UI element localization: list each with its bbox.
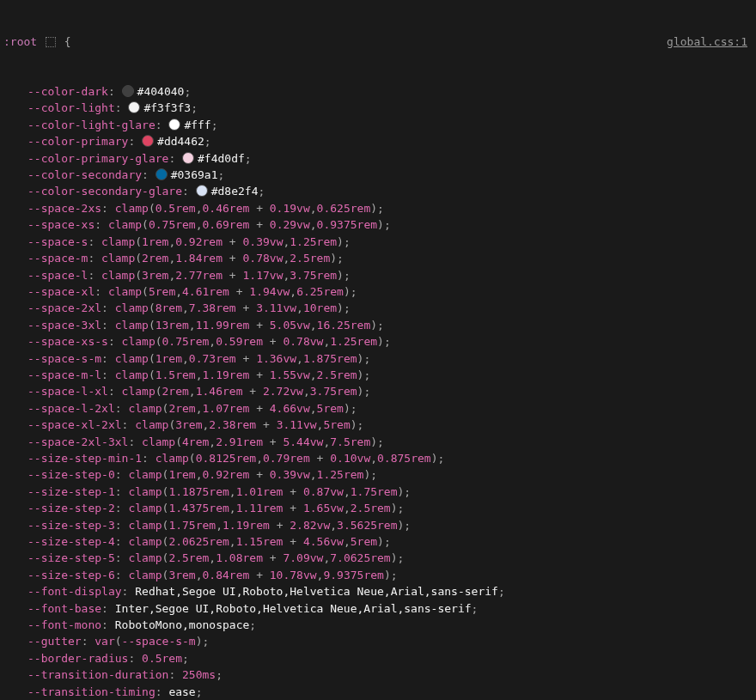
color-swatch-icon[interactable]	[122, 85, 134, 97]
css-function: clamp	[128, 485, 162, 498]
colon: :	[101, 319, 115, 332]
css-declaration[interactable]: --space-m: clamp(2rem,1.84rem + 0.78vw,2…	[3, 250, 753, 266]
file-link[interactable]: global.css:1	[667, 33, 753, 50]
css-value: #fff	[184, 119, 210, 131]
color-swatch-icon[interactable]	[196, 185, 208, 197]
css-declaration[interactable]: --space-2xl-3xl: clamp(4rem,2.91rem + 5.…	[3, 434, 753, 450]
css-declaration[interactable]: --font-mono: RobotoMono,monospace;	[3, 617, 753, 633]
semicolon: ;	[391, 569, 398, 581]
css-property: --size-step-4	[27, 535, 115, 548]
declaration-list: --color-dark: #404040;--color-light: #f3…	[3, 83, 753, 700]
css-declaration[interactable]: --transition-timing: ease;	[3, 684, 753, 700]
colon: :	[115, 551, 129, 564]
color-swatch-icon[interactable]	[128, 101, 140, 113]
css-declaration[interactable]: --color-primary-glare: #f4d0df;	[3, 150, 753, 167]
css-value: #f4d0df	[198, 152, 245, 165]
color-swatch-icon[interactable]	[142, 135, 154, 147]
css-args: (3rem,0.84rem + 10.78vw,9.9375rem)	[162, 569, 391, 581]
css-function: clamp	[122, 335, 155, 348]
css-declaration[interactable]: --space-s: clamp(1rem,0.92rem + 0.39vw,1…	[3, 234, 753, 250]
css-property: --font-base	[27, 602, 101, 615]
css-args: (1rem,0.73rem + 1.36vw,1.875rem)	[149, 352, 364, 365]
css-declaration[interactable]: --space-l-xl: clamp(2rem,1.46rem + 2.72v…	[3, 383, 753, 399]
semicolon: ;	[337, 252, 344, 265]
semicolon: ;	[196, 685, 203, 698]
css-declaration[interactable]: --size-step-1: clamp(1.1875rem,1.01rem +…	[3, 484, 753, 500]
colon: :	[115, 402, 129, 415]
css-declaration[interactable]: --color-primary: #dd4462;	[3, 133, 753, 149]
css-declaration[interactable]: --color-secondary: #0369a1;	[3, 167, 753, 183]
css-declaration[interactable]: --space-3xl: clamp(13rem,11.99rem + 5.05…	[3, 317, 753, 333]
css-value: #dd4462	[157, 135, 204, 148]
css-declaration[interactable]: --size-step-0: clamp(1rem,0.92rem + 0.39…	[3, 466, 753, 483]
colon: :	[115, 485, 129, 498]
css-declaration[interactable]: --space-xs-s: clamp(0.75rem,0.59rem + 0.…	[3, 333, 753, 350]
css-declaration[interactable]: --space-l: clamp(3rem,2.77rem + 1.17vw,3…	[3, 267, 753, 283]
semicolon: ;	[370, 468, 377, 481]
css-function: clamp	[135, 418, 168, 431]
css-declaration[interactable]: --color-dark: #404040;	[3, 83, 753, 100]
css-value: ease	[168, 685, 195, 698]
css-declaration[interactable]: --color-light: #f3f3f3;	[3, 100, 753, 116]
css-declaration[interactable]: --space-xs: clamp(0.75rem,0.69rem + 0.29…	[3, 216, 753, 233]
css-declaration[interactable]: --size-step-4: clamp(2.0625rem,1.15rem +…	[3, 533, 753, 550]
css-declaration[interactable]: --size-step-2: clamp(1.4375rem,1.11rem +…	[3, 500, 753, 516]
css-property: --space-2xs	[27, 202, 101, 215]
css-value: #404040	[137, 85, 185, 98]
css-declaration[interactable]: --size-step-min-1: clamp(0.8125rem,0.79r…	[3, 450, 753, 466]
css-property: --space-2xl	[27, 301, 101, 314]
css-function: clamp	[128, 468, 162, 481]
css-declaration[interactable]: --space-s-m: clamp(1rem,0.73rem + 1.36vw…	[3, 350, 753, 367]
css-function: clamp	[122, 385, 155, 398]
css-declaration[interactable]: --space-xl: clamp(5rem,4.61rem + 1.94vw,…	[3, 283, 753, 300]
semicolon: ;	[377, 319, 384, 332]
css-declaration[interactable]: --size-step-6: clamp(3rem,0.84rem + 10.7…	[3, 567, 753, 583]
semicolon: ;	[184, 85, 191, 98]
semicolon: ;	[472, 602, 479, 615]
css-declaration[interactable]: --space-2xs: clamp(0.5rem,0.46rem + 0.19…	[3, 200, 753, 216]
css-args: (0.8125rem,0.79rem + 0.10vw,0.875rem)	[189, 452, 438, 465]
semicolon: ;	[404, 485, 411, 498]
css-declaration[interactable]: --gutter: var(--space-s-m);	[3, 633, 753, 649]
semicolon: ;	[351, 285, 357, 298]
css-property: --color-secondary-glare	[27, 185, 182, 198]
css-value: Redhat,Segoe UI,Roboto,Helvetica Neue,Ar…	[135, 585, 498, 598]
css-declaration[interactable]: --color-secondary-glare: #d8e2f4;	[3, 183, 753, 199]
css-declaration[interactable]: --space-l-2xl: clamp(2rem,1.07rem + 4.66…	[3, 400, 753, 417]
semicolon: ;	[384, 335, 391, 348]
color-swatch-icon[interactable]	[155, 168, 168, 180]
css-declaration[interactable]: --color-light-glare: #fff;	[3, 117, 753, 133]
css-property: --transition-timing	[27, 685, 155, 698]
colon: :	[128, 135, 142, 148]
css-declaration[interactable]: --border-radius: 0.5rem;	[3, 650, 753, 667]
css-function: clamp	[101, 235, 135, 248]
css-declaration[interactable]: --size-step-3: clamp(1.75rem,1.19rem + 2…	[3, 517, 753, 533]
css-declaration[interactable]: --space-m-l: clamp(1.5rem,1.19rem + 1.55…	[3, 367, 753, 383]
css-declaration[interactable]: --font-base: Inter,Segoe UI,Roboto,Helve…	[3, 600, 753, 617]
css-declaration[interactable]: --transition-duration: 250ms;	[3, 667, 753, 683]
css-args: (2.5rem,1.08rem + 7.09vw,7.0625rem)	[162, 551, 398, 564]
css-property: --gutter	[27, 635, 82, 648]
semicolon: ;	[377, 202, 384, 215]
semicolon: ;	[344, 235, 351, 248]
css-function: clamp	[128, 502, 162, 514]
css-function: clamp	[108, 285, 142, 298]
color-swatch-icon[interactable]	[182, 152, 194, 164]
css-declaration[interactable]: --space-xl-2xl: clamp(3rem,2.38rem + 3.1…	[3, 417, 753, 433]
semicolon: ;	[344, 301, 351, 314]
css-value: 0.5rem	[142, 652, 182, 665]
colon: :	[115, 569, 129, 581]
css-args: (1.75rem,1.19rem + 2.82vw,3.5625rem)	[162, 519, 405, 532]
semicolon: ;	[363, 385, 370, 398]
color-swatch-icon[interactable]	[168, 119, 180, 131]
expand-icon[interactable]	[46, 37, 56, 47]
css-declaration[interactable]: --size-step-5: clamp(2.5rem,1.08rem + 7.…	[3, 550, 753, 566]
semicolon: ;	[498, 585, 505, 598]
colon: :	[101, 202, 115, 215]
colon: :	[115, 101, 129, 114]
colon: :	[101, 618, 115, 631]
css-declaration[interactable]: --space-2xl: clamp(8rem,7.38rem + 3.11vw…	[3, 300, 753, 316]
css-declaration[interactable]: --font-display: Redhat,Segoe UI,Roboto,H…	[3, 583, 753, 600]
semicolon: ;	[218, 168, 225, 181]
selector-line[interactable]: global.css:1:root {	[3, 33, 753, 50]
